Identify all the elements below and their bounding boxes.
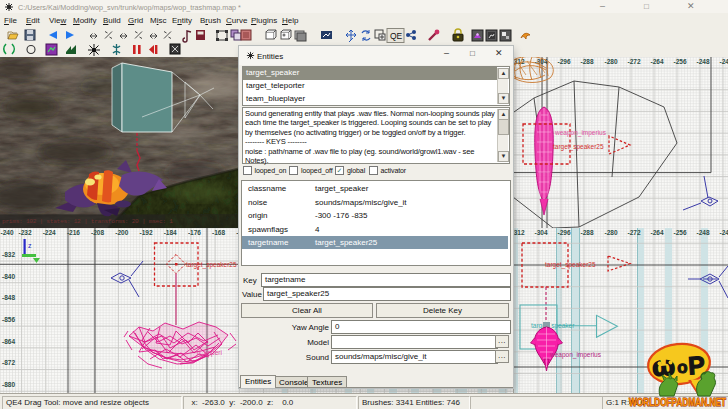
svg-text:-176: -176 <box>188 229 201 236</box>
svg-text:prims: 102 | states: 12 | tran: prims: 102 | states: 12 | transforms: 20… <box>2 218 173 225</box>
svg-text:-880: -880 <box>2 381 15 388</box>
svg-text:-240: -240 <box>719 229 728 236</box>
svg-text:-304: -304 <box>534 229 547 236</box>
svg-text:-296: -296 <box>557 58 570 65</box>
svg-text:weapon_imperius: weapon_imperius <box>549 351 602 359</box>
svg-text:-856: -856 <box>2 316 15 323</box>
svg-text:-240: -240 <box>719 58 728 65</box>
svg-text:-256: -256 <box>673 229 686 236</box>
svg-text:-840: -840 <box>2 273 15 280</box>
svg-text:-200: -200 <box>115 229 128 236</box>
svg-text:-872: -872 <box>2 359 15 366</box>
svg-text:-280: -280 <box>604 229 617 236</box>
svg-text:-264: -264 <box>650 58 663 65</box>
svg-text:target_speaker25: target_speaker25 <box>186 261 237 269</box>
svg-text:target_speaker: target_speaker <box>531 322 575 330</box>
svg-text:-288: -288 <box>580 229 593 236</box>
svg-text:-848: -848 <box>2 294 15 301</box>
svg-text:-248: -248 <box>696 229 709 236</box>
svg-text:-864: -864 <box>2 338 15 345</box>
svg-text:-216: -216 <box>67 229 80 236</box>
svg-text:-312: -312 <box>513 229 525 236</box>
svg-text:-224: -224 <box>43 229 56 236</box>
svg-text:target_speaker25: target_speaker25 <box>545 261 596 269</box>
svg-text:-288: -288 <box>580 58 593 65</box>
svg-text:-232: -232 <box>18 229 31 236</box>
svg-text:-280: -280 <box>604 58 617 65</box>
svg-text:-256: -256 <box>673 58 686 65</box>
svg-text:-192: -192 <box>139 229 152 236</box>
svg-text:QE: QE <box>390 31 403 41</box>
svg-text:-272: -272 <box>627 229 640 236</box>
svg-text:-832: -832 <box>2 251 15 258</box>
svg-text:-248: -248 <box>696 58 709 65</box>
svg-text:-272: -272 <box>627 58 640 65</box>
svg-text:-264: -264 <box>650 229 663 236</box>
svg-text:z: z <box>28 242 32 249</box>
svg-text:-184: -184 <box>164 229 177 236</box>
svg-text:-168: -168 <box>212 229 225 236</box>
svg-text:target_speaker25: target_speaker25 <box>553 143 604 151</box>
svg-text:-304: -304 <box>534 58 547 65</box>
svg-text:n_imperi: n_imperi <box>197 349 222 357</box>
svg-text:-240: -240 <box>0 229 13 236</box>
svg-text:-296: -296 <box>557 229 570 236</box>
svg-text:-208: -208 <box>91 229 104 236</box>
svg-text:weapon_imperius: weapon_imperius <box>554 129 607 137</box>
